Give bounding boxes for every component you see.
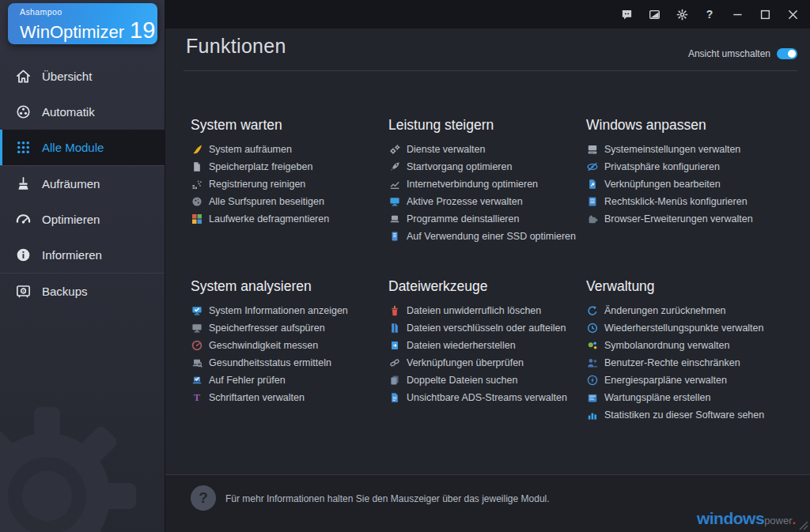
sidebar-item-alle-module[interactable]: Alle Module — [0, 130, 165, 165]
automatic-icon — [15, 104, 32, 120]
module-speicherplatz-freigeben[interactable]: Speicherplatz freigeben — [191, 158, 387, 175]
group-dateiwerkzeuge: DateiwerkzeugeDateien unwiderruflich lös… — [388, 278, 585, 406]
module-auf-verwendung-einer-ssd-optimieren[interactable]: Auf Verwendung einer SSD optimieren — [388, 228, 585, 245]
module-label: Gesundheitsstatus ermitteln — [209, 357, 331, 368]
module-systemeinstellungen-verwalten[interactable]: Systemeinstellungen verwalten — [586, 141, 782, 158]
module-laufwerke-defragmentieren[interactable]: Laufwerke defragmentieren — [191, 210, 387, 228]
module-symbolanordnung-verwalten[interactable]: Symbolanordnung verwalten — [586, 337, 782, 354]
module-verknupfungen-bearbeiten[interactable]: Verknüpfungen bearbeiten — [586, 175, 782, 193]
module-label: Verknüpfungen bearbeiten — [604, 179, 721, 190]
module-system-aufraumen[interactable]: System aufräumen — [191, 141, 387, 158]
energy-icon — [586, 375, 598, 387]
feedback-button[interactable] — [620, 8, 633, 21]
module-label: Browser-Erweiterungen verwalten — [604, 213, 753, 224]
sidebar-item-aufraumen[interactable]: Aufräumen — [0, 166, 165, 202]
help-button[interactable]: ? — [703, 8, 716, 21]
group-leistung-steigern: Leistung steigernDienste verwaltenStartv… — [388, 117, 585, 245]
module-doppelte-dateien-suchen[interactable]: Doppelte Dateien suchen — [388, 372, 585, 389]
module-internetverbindung-optimieren[interactable]: Internetverbindung optimieren — [388, 175, 585, 193]
toggle-knob — [788, 50, 796, 58]
broom-icon — [15, 175, 32, 192]
module-auf-fehler-prufen[interactable]: Auf Fehler prüfen — [191, 372, 387, 389]
module-label: Privatsphäre konfigurieren — [604, 161, 720, 172]
feedback-icon — [621, 9, 633, 21]
modules-grid-icon — [15, 139, 32, 156]
bar-chart-icon — [586, 409, 598, 421]
logo-brand: Ashampoo — [20, 7, 157, 17]
eye-slash-icon — [586, 161, 598, 173]
module-registrierung-reinigen[interactable]: Registrierung reinigen — [191, 175, 387, 193]
sidebar-item-backups[interactable]: Backups — [0, 274, 165, 309]
sidebar-item-label: Alle Module — [42, 141, 104, 154]
module-verknupfungen-uberprufen[interactable]: Verknüpfungen überprüfen — [388, 354, 585, 372]
doc-restore-icon — [388, 340, 400, 352]
settings-button[interactable] — [676, 8, 688, 21]
system-settings-icon — [586, 144, 598, 156]
logo-version: 19 — [130, 17, 155, 43]
svg-text:T: T — [193, 392, 200, 403]
module-label: Wiederherstellungspunkte verwalten — [604, 323, 764, 334]
module-startvorgang-optimieren[interactable]: Startvorgang optimieren — [388, 158, 585, 175]
sidebar-item-informieren[interactable]: Informieren — [0, 237, 165, 273]
module-energiesparplane-verwalten[interactable]: Energiesparpläne verwalten — [586, 372, 782, 389]
sidebar-nav: ÜbersichtAutomatikAlle ModuleAufräumenOp… — [0, 58, 165, 309]
view-toggle-switch[interactable] — [777, 48, 797, 59]
icon-arrangement-icon — [586, 340, 598, 352]
sidebar-item-ubersicht[interactable]: Übersicht — [0, 58, 165, 94]
module-dienste-verwalten[interactable]: Dienste verwalten — [388, 141, 585, 158]
module-alle-surfspuren-beseitigen[interactable]: Alle Surfspuren beseitigen — [191, 193, 387, 210]
resize-grip[interactable] — [799, 521, 808, 530]
module-label: Auf Fehler prüfen — [209, 375, 286, 386]
module-gesundheitsstatus-ermitteln[interactable]: Gesundheitsstatus ermitteln — [191, 354, 387, 372]
module-label: Doppelte Dateien suchen — [407, 375, 517, 386]
module-wiederherstellungspunkte-verwalten[interactable]: Wiederherstellungspunkte verwalten — [586, 319, 782, 337]
module-programme-deinstallieren[interactable]: Programme deinstallieren — [388, 210, 585, 228]
sidebar-item-optimieren[interactable]: Optimieren — [0, 202, 165, 237]
module-browser-erweiterungen-verwalten[interactable]: Browser-Erweiterungen verwalten — [586, 210, 782, 228]
windowspower-watermark: windowspower. — [697, 509, 796, 528]
registry-clean-icon — [191, 179, 202, 191]
module-rechtsklick-menus-konfigurieren[interactable]: Rechtsklick-Menüs konfigurieren — [586, 193, 782, 210]
puzzle-icon — [586, 213, 598, 225]
module-system-informationen-anzeigen[interactable]: System Informationen anzeigen — [191, 302, 387, 319]
module-unsichtbare-ads-streams-verwalten[interactable]: Unsichtbare ADS-Streams verwalten — [388, 389, 585, 406]
module-geschwindigkeit-messen[interactable]: Geschwindigkeit messen — [191, 337, 387, 354]
module-wartungsplane-erstellen[interactable]: Wartungspläne erstellen — [586, 389, 782, 406]
minimize-button[interactable] — [731, 8, 744, 21]
maximize-button[interactable] — [759, 8, 771, 21]
module-speicherfresser-aufspuren[interactable]: Speicherfresser aufspüren — [191, 319, 387, 337]
restore-point-icon — [586, 323, 598, 334]
module-label: Registrierung reinigen — [209, 179, 305, 190]
module-label: Dateien unwiderruflich löschen — [407, 305, 541, 316]
module-aktive-prozesse-verwalten[interactable]: Aktive Prozesse verwalten — [388, 193, 585, 210]
module-statistiken-zu-dieser-software-sehen[interactable]: Statistiken zu dieser Software sehen — [586, 406, 782, 424]
trash-burn-icon — [388, 305, 400, 317]
module-label: Auf Verwendung einer SSD optimieren — [407, 231, 576, 242]
close-icon — [787, 9, 799, 21]
home-icon — [15, 68, 32, 85]
sidebar-item-automatik[interactable]: Automatik — [0, 94, 165, 130]
watermark-dot: . — [793, 513, 796, 527]
sidebar-item-label: Aufräumen — [42, 177, 100, 191]
module-schriftarten-verwalten[interactable]: TSchriftarten verwalten — [191, 389, 387, 406]
footer: ? Für mehr Informationen halten Sie den … — [165, 474, 810, 532]
module-label: Änderungen zurücknehmen — [604, 305, 726, 316]
module-dateien-wiederherstellen[interactable]: Dateien wiederherstellen — [388, 337, 585, 354]
group-title: Dateiwerkzeuge — [388, 278, 585, 295]
sidebar-item-label: Automatik — [42, 105, 95, 119]
module-benutzer-rechte-einschranken[interactable]: Benutzer-Rechte einschränken — [586, 354, 782, 372]
view-toggle[interactable]: Ansicht umschalten — [688, 48, 797, 59]
module-dateien-unwiderruflich-loschen[interactable]: Dateien unwiderruflich löschen — [388, 302, 585, 319]
theme-button[interactable] — [648, 8, 660, 21]
module-anderungen-zurucknehmen[interactable]: Änderungen zurücknehmen — [586, 302, 782, 319]
module-label: Unsichtbare ADS-Streams verwalten — [407, 392, 567, 403]
module-label: Wartungspläne erstellen — [604, 392, 710, 403]
calendar-plan-icon — [586, 392, 598, 404]
module-dateien-verschlusseln-oder-aufteilen[interactable]: Dateien verschlüsseln oder aufteilen — [388, 319, 585, 337]
module-privatsphare-konfigurieren[interactable]: Privatsphäre konfigurieren — [586, 158, 782, 175]
undo-icon — [586, 305, 598, 317]
sidebar: Ashampoo WinOptimizer 19 ÜbersichtAutoma… — [0, 0, 165, 532]
module-label: Schriftarten verwalten — [209, 392, 305, 403]
close-button[interactable] — [786, 8, 799, 21]
module-label: Alle Surfspuren beseitigen — [209, 196, 324, 207]
